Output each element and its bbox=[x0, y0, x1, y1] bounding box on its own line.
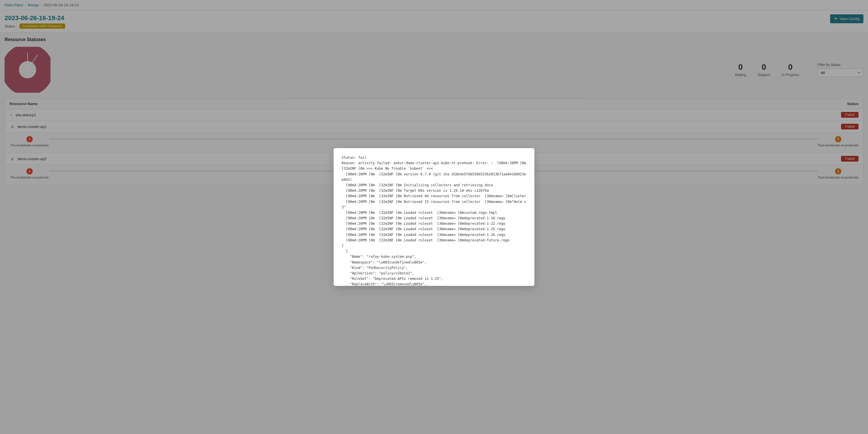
modal-dialog: Status: fail Reason: activity failed: an… bbox=[334, 148, 534, 190]
modal-overlay[interactable]: Status: fail Reason: activity failed: an… bbox=[0, 0, 868, 190]
modal-content: Status: fail Reason: activity failed: an… bbox=[342, 155, 526, 190]
